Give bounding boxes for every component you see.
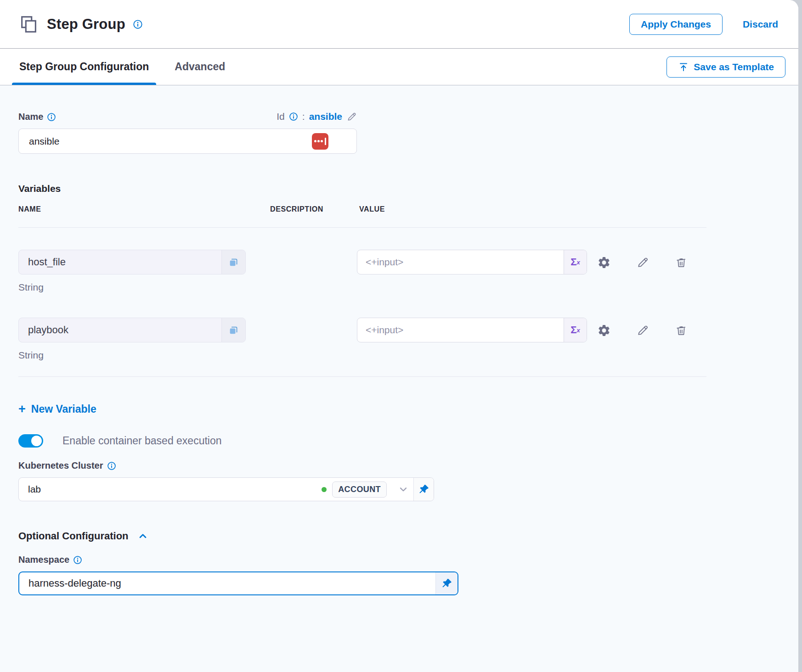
name-label-row: Name [18, 112, 56, 122]
plus-icon: + [18, 403, 26, 415]
tab-advanced[interactable]: Advanced [174, 49, 226, 85]
new-variable-button[interactable]: + New Variable [18, 402, 96, 416]
variable-edit-icon[interactable] [635, 255, 650, 270]
divider [18, 376, 706, 377]
column-header-name: NAME [18, 205, 41, 213]
namespace-info-icon[interactable] [73, 555, 82, 565]
kubernetes-cluster-info-icon[interactable] [107, 461, 116, 470]
variable-name-input [19, 318, 221, 342]
chevron-up-icon [137, 530, 149, 542]
pin-icon[interactable] [413, 478, 434, 501]
drawer-header: Step Group Apply Changes Discard [0, 0, 798, 49]
id-info-icon[interactable] [289, 112, 298, 121]
namespace-label-row: Namespace [18, 554, 780, 565]
id-label: Id [277, 111, 285, 122]
variable-settings-icon[interactable] [596, 255, 612, 270]
container-execution-toggle-label: Enable container based execution [62, 435, 222, 447]
kubernetes-cluster-field: ACCOUNT [18, 477, 434, 501]
edit-id-icon[interactable] [346, 112, 357, 122]
id-separator: : [302, 111, 305, 122]
copy-icon[interactable] [221, 250, 245, 274]
variable-value-input[interactable] [357, 318, 564, 342]
variable-row-host-file: Σx [18, 250, 780, 274]
optional-configuration-header[interactable]: Optional Configuration [18, 530, 149, 543]
column-header-value: VALUE [359, 205, 385, 213]
variable-settings-icon[interactable] [596, 323, 612, 338]
chevron-down-icon[interactable] [393, 483, 413, 495]
kubernetes-cluster-input[interactable] [19, 484, 322, 495]
page-title: Step Group [47, 16, 125, 33]
page-background-edge [798, 0, 802, 672]
name-info-icon[interactable] [47, 112, 56, 122]
scope-badge: ACCOUNT [332, 482, 387, 498]
variables-column-headers: NAME DESCRIPTION VALUE [18, 205, 780, 214]
name-label: Name [18, 112, 43, 122]
expression-toggle-icon[interactable]: Σx [564, 250, 587, 274]
kubernetes-cluster-label: Kubernetes Cluster [18, 460, 103, 471]
variable-delete-icon[interactable] [673, 255, 689, 270]
column-header-description: DESCRIPTION [270, 205, 323, 213]
configuration-form: Name Id : ansible [0, 85, 798, 672]
variable-edit-icon[interactable] [635, 323, 650, 338]
variable-name-input [19, 250, 221, 274]
password-manager-icon[interactable] [312, 133, 328, 150]
variable-value-input[interactable] [357, 250, 564, 274]
connector-status-dot [322, 487, 327, 492]
save-as-template-button[interactable]: Save as Template [666, 56, 785, 78]
kubernetes-cluster-label-row: Kubernetes Cluster [18, 460, 780, 471]
namespace-label: Namespace [18, 554, 69, 565]
namespace-field [18, 571, 458, 595]
step-group-icon [18, 14, 40, 35]
container-execution-toggle[interactable] [18, 434, 43, 448]
step-group-info-icon[interactable] [133, 19, 143, 29]
id-row: Id : ansible [277, 111, 357, 122]
variable-delete-icon[interactable] [673, 323, 689, 338]
tab-step-group-configuration[interactable]: Step Group Configuration [18, 49, 150, 85]
copy-icon[interactable] [221, 318, 245, 342]
variable-type-label: String [18, 350, 780, 362]
variable-row-playbook: Σx [18, 318, 780, 342]
namespace-input[interactable] [19, 577, 435, 589]
id-value: ansible [309, 111, 342, 122]
apply-changes-button[interactable]: Apply Changes [629, 14, 723, 35]
variable-type-label: String [18, 282, 780, 294]
pin-icon[interactable] [435, 572, 457, 594]
expression-toggle-icon[interactable]: Σx [564, 318, 587, 342]
divider [18, 227, 706, 228]
optional-configuration-title: Optional Configuration [18, 530, 129, 542]
name-input[interactable] [18, 129, 357, 154]
tab-bar: Step Group Configuration Advanced Save a… [0, 49, 798, 85]
step-group-drawer: Step Group Apply Changes Discard Step Gr… [0, 0, 798, 672]
upload-icon [678, 62, 689, 73]
variables-section-title: Variables [18, 183, 780, 194]
discard-button[interactable]: Discard [743, 19, 778, 30]
